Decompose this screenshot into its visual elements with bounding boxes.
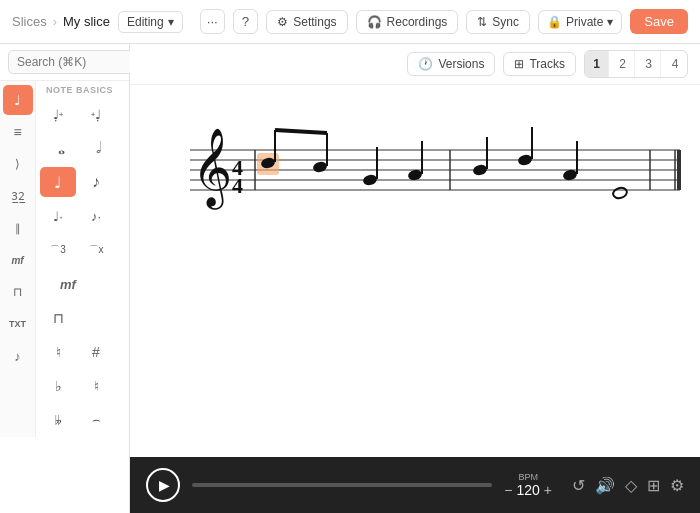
accent-tool-icon[interactable]: ⟩ bbox=[3, 149, 33, 179]
flat-sign[interactable]: ♭ bbox=[40, 371, 76, 401]
playback-bar: ▶ BPM − 120 + ↺ 🔊 ◇ ⊞ ⚙ bbox=[130, 457, 700, 513]
grace-note-before[interactable]: ♩̣+ bbox=[40, 99, 76, 129]
svg-point-15 bbox=[362, 173, 378, 186]
main-area: 🔍 ♩ ≡ ⟩ 3̲2̲ ∥ mf ⊓ TXT ♪ NO bbox=[0, 44, 700, 513]
grace-note-after[interactable]: +♩̣ bbox=[78, 99, 114, 129]
beam-tool[interactable]: ⊓ bbox=[40, 303, 76, 333]
save-button[interactable]: Save bbox=[630, 9, 688, 34]
top-nav: Slices › My slice Editing ▾ ··· ? ⚙ Sett… bbox=[0, 0, 700, 44]
slice-name: My slice bbox=[63, 14, 110, 29]
left-panel: 🔍 ♩ ≡ ⟩ 3̲2̲ ∥ mf ⊓ TXT ♪ NO bbox=[0, 44, 130, 513]
tool-row-dotted: ♩· ♪· bbox=[36, 199, 129, 233]
mf-tool-icon[interactable]: mf bbox=[3, 245, 33, 275]
tool-row-accidentals: ♮ # bbox=[36, 335, 129, 369]
bpm-label: BPM bbox=[518, 472, 538, 482]
svg-text:𝄞: 𝄞 bbox=[192, 128, 232, 210]
search-bar: 🔍 bbox=[0, 44, 129, 81]
versions-button[interactable]: 🕐 Versions bbox=[407, 52, 495, 76]
tool-row-grace: ♩̣+ +♩̣ bbox=[36, 97, 129, 131]
svg-point-22 bbox=[517, 153, 533, 166]
triplet-tool[interactable]: ⌒3 bbox=[40, 235, 76, 265]
tool-row-fermata: 𝄫 ⌢ bbox=[36, 403, 129, 437]
svg-point-26 bbox=[612, 186, 628, 199]
page-tab-4[interactable]: 4 bbox=[663, 51, 687, 77]
more-button[interactable]: ··· bbox=[200, 9, 225, 34]
mf-dynamic[interactable]: mf bbox=[40, 269, 96, 299]
tool-row-triplet: ⌒3 ⌒x bbox=[36, 233, 129, 267]
bpm-minus-button[interactable]: − bbox=[504, 482, 512, 498]
music-score: 𝄞 4 4 bbox=[160, 105, 690, 225]
txt-tool-icon[interactable]: TXT bbox=[3, 309, 33, 339]
versions-icon: 🕐 bbox=[418, 57, 433, 71]
svg-point-12 bbox=[312, 160, 328, 173]
left-icon-column: ♩ ≡ ⟩ 3̲2̲ ∥ mf ⊓ TXT ♪ bbox=[0, 81, 36, 437]
tool-palette: ♩ ≡ ⟩ 3̲2̲ ∥ mf ⊓ TXT ♪ NOTE BASICS ♩̣+ bbox=[0, 81, 129, 437]
note2-tool-icon[interactable]: ♪ bbox=[3, 341, 33, 371]
sync-icon: ⇅ bbox=[477, 15, 487, 29]
note-basics-label: NOTE BASICS bbox=[36, 81, 129, 97]
page-tabs: 1 2 3 4 bbox=[584, 50, 688, 78]
loop-icon[interactable]: ↺ bbox=[572, 476, 585, 495]
tuplet-tool[interactable]: ⌒x bbox=[78, 235, 114, 265]
svg-point-20 bbox=[472, 163, 488, 176]
piano-icon[interactable]: ⊞ bbox=[647, 476, 660, 495]
recordings-icon: 🎧 bbox=[367, 15, 382, 29]
double-flat[interactable]: ♮ bbox=[78, 371, 114, 401]
playback-icons: ↺ 🔊 ◇ ⊞ ⚙ bbox=[572, 476, 684, 495]
page-tab-2[interactable]: 2 bbox=[611, 51, 635, 77]
progress-bar[interactable] bbox=[192, 483, 492, 487]
lock-icon: 🔒 bbox=[547, 15, 562, 29]
play-icon: ▶ bbox=[159, 477, 170, 493]
score-area[interactable]: 𝄞 4 4 bbox=[130, 85, 700, 457]
page-tab-3[interactable]: 3 bbox=[637, 51, 661, 77]
score-sheet: 𝄞 4 4 bbox=[160, 105, 670, 305]
recordings-button[interactable]: 🎧 Recordings bbox=[356, 10, 459, 34]
editing-dropdown[interactable]: Editing ▾ bbox=[118, 11, 183, 33]
quarter-note[interactable]: ♩ bbox=[40, 167, 76, 197]
fermata[interactable]: ⌢ bbox=[78, 405, 114, 435]
volume-icon[interactable]: 🔊 bbox=[595, 476, 615, 495]
note-tools-panel: NOTE BASICS ♩̣+ +♩̣ 𝅝 𝅗𝅥 ♩ ♪ bbox=[36, 81, 129, 437]
svg-line-14 bbox=[275, 130, 327, 133]
repeat-tool-icon[interactable]: ⊓ bbox=[3, 277, 33, 307]
eighth-note[interactable]: ♪ bbox=[78, 167, 114, 197]
page-tab-1[interactable]: 1 bbox=[585, 51, 609, 77]
half-note[interactable]: 𝅗𝅥 bbox=[78, 133, 114, 163]
double-flat2[interactable]: 𝄫 bbox=[40, 405, 76, 435]
settings-button[interactable]: ⚙ Settings bbox=[266, 10, 347, 34]
right-content: 🕐 Versions ⊞ Tracks 1 2 3 4 bbox=[130, 44, 700, 513]
play-button[interactable]: ▶ bbox=[146, 468, 180, 502]
tool-row-quarter: ♩ ♪ bbox=[36, 165, 129, 199]
tool-row-whole: 𝅝 𝅗𝅥 bbox=[36, 131, 129, 165]
tool-row-accidentals2: ♭ ♮ bbox=[36, 369, 129, 403]
breadcrumb: Slices › My slice bbox=[12, 14, 110, 29]
sharp-sign[interactable]: # bbox=[78, 337, 114, 367]
bpm-section: BPM − 120 + bbox=[504, 472, 552, 498]
tool-row-beam: ⊓ bbox=[36, 301, 129, 335]
bpm-plus-button[interactable]: + bbox=[544, 482, 552, 498]
dotted-eighth[interactable]: ♪· bbox=[78, 201, 114, 231]
sync-button[interactable]: ⇅ Sync bbox=[466, 10, 530, 34]
natural-sign[interactable]: ♮ bbox=[40, 337, 76, 367]
tracks-button[interactable]: ⊞ Tracks bbox=[503, 52, 576, 76]
settings-icon: ⚙ bbox=[277, 15, 288, 29]
slur-tool-icon[interactable]: ≡ bbox=[3, 117, 33, 147]
content-toolbar: 🕐 Versions ⊞ Tracks 1 2 3 4 bbox=[130, 44, 700, 85]
tool-row-dynamics: mf bbox=[36, 267, 129, 301]
bpm-value: 120 bbox=[516, 482, 539, 498]
barline-tool-icon[interactable]: ∥ bbox=[3, 213, 33, 243]
svg-text:4: 4 bbox=[232, 173, 243, 198]
metronome-icon[interactable]: ◇ bbox=[625, 476, 637, 495]
slices-link[interactable]: Slices bbox=[12, 14, 47, 29]
dotted-quarter[interactable]: ♩· bbox=[40, 201, 76, 231]
private-button[interactable]: 🔒 Private ▾ bbox=[538, 10, 622, 34]
note-tool-icon[interactable]: ♩ bbox=[3, 85, 33, 115]
whole-note[interactable]: 𝅝 bbox=[40, 133, 76, 163]
tracks-icon: ⊞ bbox=[514, 57, 524, 71]
help-button[interactable]: ? bbox=[233, 9, 258, 34]
settings2-icon[interactable]: ⚙ bbox=[670, 476, 684, 495]
tuplet-tool-icon[interactable]: 3̲2̲ bbox=[3, 181, 33, 211]
